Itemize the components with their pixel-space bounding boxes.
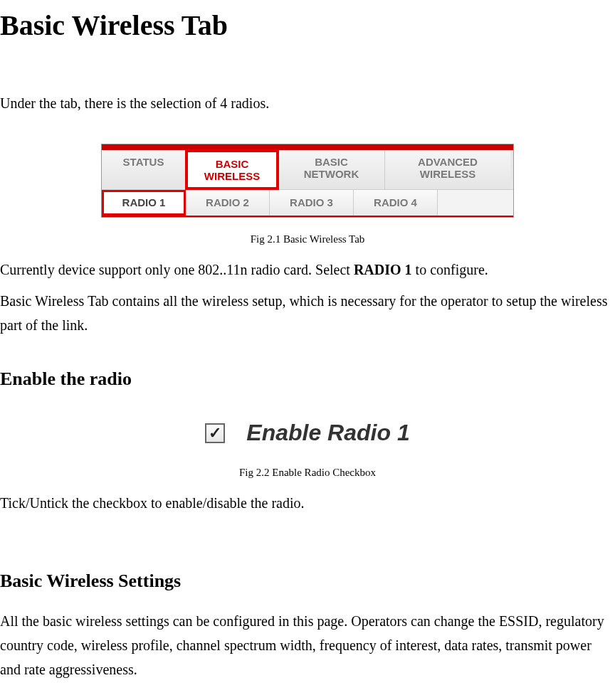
figure-1-caption: Fig 2.1 Basic Wireless Tab (0, 230, 615, 248)
paragraph-setup: Basic Wireless Tab contains all the wire… (0, 289, 615, 337)
tabs-top-redbar (102, 144, 513, 150)
figure-1: STATUS BASIC WIRELESS BASIC NETWORK ADVA… (0, 144, 615, 248)
subtab-radio-3-label: RADIO 3 (290, 196, 333, 208)
tab-basic-network[interactable]: BASIC NETWORK (278, 150, 385, 189)
heading-enable-radio: Enable the radio (0, 364, 615, 394)
tab-basic-network-label-l2: NETWORK (304, 168, 359, 180)
paragraph-radio1-bold: RADIO 1 (354, 262, 412, 277)
tab-basic-network-label-l1: BASIC (315, 156, 348, 168)
tab-basic-wireless-label-l2: WIRELESS (204, 170, 260, 182)
subtab-radio-1-label: RADIO 1 (122, 196, 166, 208)
tabs-row-radios: RADIO 1 RADIO 2 RADIO 3 RADIO 4 (102, 189, 513, 216)
tab-basic-wireless[interactable]: BASIC WIRELESS (186, 150, 278, 189)
enable-radio-screenshot: ✓ Enable Radio 1 (205, 415, 409, 451)
page-title: Basic Wireless Tab (0, 3, 615, 48)
figure-2: ✓ Enable Radio 1 Fig 2.2 Enable Radio Ch… (0, 406, 615, 481)
subtab-radio-4[interactable]: RADIO 4 (354, 190, 438, 216)
tab-advanced-wireless-label-l1: ADVANCED (418, 156, 478, 168)
figure-2-caption: Fig 2.2 Enable Radio Checkbox (0, 464, 615, 481)
tabs-bottom-redbar (102, 216, 513, 217)
subtab-radio-1[interactable]: RADIO 1 (102, 190, 186, 216)
paragraph-radio1: Currently device support only one 802..1… (0, 258, 615, 282)
paragraph-tick-untick: Tick/Untick the checkbox to enable/disab… (0, 491, 615, 515)
subtab-radio-2[interactable]: RADIO 2 (186, 190, 270, 216)
intro-paragraph: Under the tab, there is the selection of… (0, 91, 615, 115)
subtab-radio-4-label: RADIO 4 (374, 196, 417, 208)
tabs-screenshot: STATUS BASIC WIRELESS BASIC NETWORK ADVA… (101, 144, 514, 218)
paragraph-radio1-pre: Currently device support only one 802..1… (0, 262, 354, 277)
subtab-radio-2-label: RADIO 2 (206, 196, 249, 208)
enable-radio-label: Enable Radio 1 (246, 415, 409, 451)
paragraph-radio1-post: to configure. (412, 262, 488, 277)
tabs-row-primary: STATUS BASIC WIRELESS BASIC NETWORK ADVA… (102, 150, 513, 189)
spacer (0, 522, 615, 539)
enable-radio-checkbox[interactable]: ✓ (205, 423, 225, 443)
tab-status-label: STATUS (123, 156, 164, 168)
heading-basic-wireless-settings: Basic Wireless Settings (0, 566, 615, 596)
tab-status[interactable]: STATUS (102, 150, 186, 189)
paragraph-settings: All the basic wireless settings can be c… (0, 609, 615, 682)
checkmark-icon: ✓ (209, 420, 221, 445)
subtab-radio-3[interactable]: RADIO 3 (270, 190, 354, 216)
tab-advanced-wireless[interactable]: ADVANCED WIRELESS (385, 150, 510, 189)
tab-basic-wireless-label-l1: BASIC (216, 158, 249, 170)
tab-advanced-wireless-label-l2: WIRELESS (420, 168, 475, 180)
